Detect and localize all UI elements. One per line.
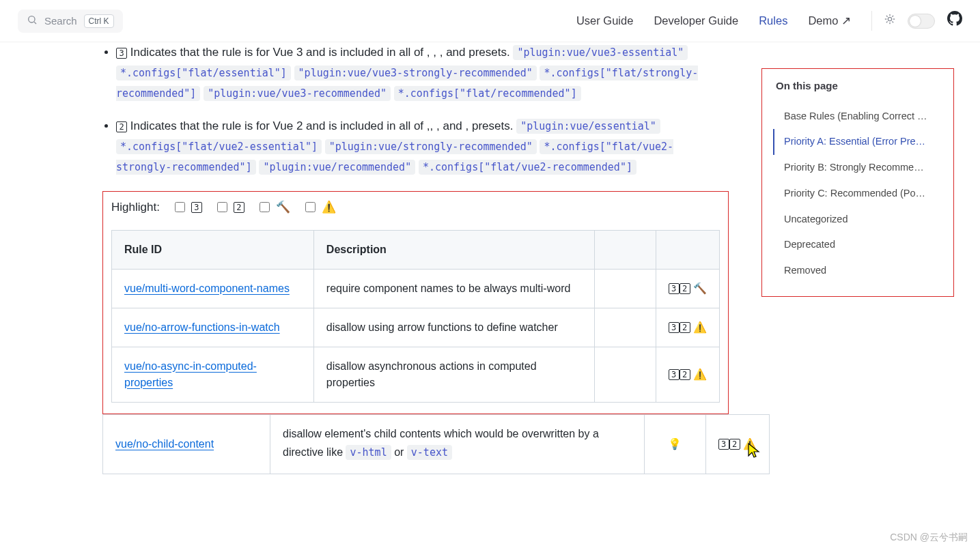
outline-item[interactable]: Uncategorized [773,207,944,233]
warning-icon: ⚠️ [693,368,707,380]
page: 3 Indicates that the rule is for Vue 3 a… [0,0,980,515]
badge-2: 2 [729,439,740,450]
desc-mid: or [394,446,407,458]
highlight-check-fix[interactable]: 🔨 [257,199,290,216]
vue2-code-5: *.configs["flat/vue2-recommended"] [419,160,636,175]
highlight-check-3[interactable]: 3 [172,200,202,214]
svg-point-2 [888,17,891,20]
code-v-text: v-text [407,445,452,460]
badge-2: 2 [680,322,690,333]
sun-icon [884,13,895,29]
vue3-code-1: *.configs["flat/essential"] [116,66,291,81]
highlight-check-2[interactable]: 2 [214,200,244,214]
highlight-and-table-block: Highlight: 3 2 🔨 ⚠️ [102,191,729,414]
warning-icon: ⚠️ [322,199,336,216]
highlight-checkbox-warn[interactable] [305,202,316,212]
table-row: vue/multi-word-component-names require c… [112,269,720,308]
badge-3: 3 [718,439,729,450]
svg-line-1 [34,22,36,24]
theme-toggle[interactable] [908,14,935,29]
nav-developer-guide[interactable]: Developer Guide [654,12,738,29]
rule-link[interactable]: vue/no-async-in-computed-properties [124,360,257,388]
highlight-badge-2: 2 [234,202,244,213]
col-description: Description [313,230,594,269]
rule-icons: 32 ⚠️ [705,414,769,474]
vue2-code-1: *.configs["flat/vue2-essential"] [116,139,322,154]
svg-line-10 [893,16,893,16]
vue3-code-4: "plugin:vue/vue3-recommended" [204,86,391,101]
vue2-badge: 2 [116,121,127,132]
table-row: vue/no-async-in-computed-properties disa… [112,347,720,402]
preset-bullets: 3 Indicates that the rule is for Vue 3 a… [61,42,729,177]
nav-left: Search Ctrl K [18,10,123,33]
vue3-bullet: 3 Indicates that the rule is for Vue 3 a… [116,42,729,104]
svg-point-0 [29,16,35,23]
topbar: Search Ctrl K User Guide Developer Guide… [0,0,980,42]
outline-item[interactable]: Deprecated [773,232,944,258]
col-suggestion [594,230,656,269]
badge-3: 3 [669,322,680,333]
svg-line-5 [886,16,887,16]
outline-box: On this page Base Rules (Enabling Correc… [761,68,954,297]
highlight-checkbox-2[interactable] [217,202,227,212]
rule-icons: 32 ⚠️ [656,308,719,347]
appearance-section [871,11,962,31]
vue3-code-5: *.configs["flat/recommended"] [394,86,581,101]
badge-3: 3 [669,369,680,380]
outline-item[interactable]: Priority B: Strongly Recomme… [773,155,944,181]
github-icon [947,11,962,26]
rule-desc: disallow asynchronous actions in compute… [313,347,594,402]
rules-table-cont: vue/no-child-content disallow element's … [102,414,770,474]
search-kbd: Ctrl K [84,14,114,28]
outline-list: Base Rules (Enabling Correct … Priority … [773,104,944,284]
vue2-code-4: "plugin:vue/recommended" [259,160,415,175]
rule-desc: require component names to be always mul… [313,269,594,308]
highlight-checkbox-fix[interactable] [260,202,270,212]
rule-suggestion [594,308,656,347]
outline-item[interactable]: Removed [773,258,944,284]
nav-user-guide[interactable]: User Guide [576,12,633,29]
badge-2: 2 [680,283,690,294]
nav-right: User Guide Developer Guide Rules Demo ↗ [576,11,962,31]
svg-line-6 [893,21,893,22]
vue3-code-0: "plugin:vue/vue3-essential" [513,45,688,60]
rule-link[interactable]: vue/no-child-content [115,438,214,450]
hammer-icon: 🔨 [276,199,290,216]
rule-desc: disallow element's child contents which … [270,414,645,474]
badge-3: 3 [669,283,680,294]
outline-item[interactable]: Priority A: Essential (Error Pre… [773,129,944,155]
highlight-row: Highlight: 3 2 🔨 ⚠️ [111,199,720,216]
vue3-bullet-text: Indicates that the rule is for Vue 3 and… [130,46,510,59]
nav-rules[interactable]: Rules [759,12,787,29]
highlight-checkbox-3[interactable] [175,202,185,212]
vue3-badge: 3 [116,48,127,59]
search-label: Search [44,15,77,27]
vue2-code-0: "plugin:vue/essential" [516,119,660,134]
github-link[interactable] [947,11,962,31]
highlight-check-warn[interactable]: ⚠️ [303,199,336,216]
rules-table: Rule ID Description vue/multi-word-compo… [111,230,720,403]
search-button[interactable]: Search Ctrl K [18,10,123,33]
highlight-label: Highlight: [111,199,160,216]
vue2-code-2: "plugin:vue/strongly-recommended" [325,139,537,154]
main-content: 3 Indicates that the rule is for Vue 3 a… [0,42,748,515]
table-header-row: Rule ID Description [112,230,720,269]
outline-item[interactable]: Base Rules (Enabling Correct … [773,104,944,130]
rule-icons: 32 ⚠️ [656,347,719,402]
rule-link[interactable]: vue/multi-word-component-names [124,283,290,294]
table-row: vue/no-child-content disallow element's … [103,414,770,474]
nav-demo[interactable]: Demo ↗ [808,12,851,29]
page-outline: On this page Base Rules (Enabling Correc… [761,55,964,310]
rule-icons: 32 🔨 [656,269,719,308]
highlight-badge-3: 3 [191,202,202,213]
table-row: vue/no-arrow-functions-in-watch disallow… [112,308,720,347]
rule-suggestion [594,347,656,402]
vue2-bullet-text: Indicates that the rule is for Vue 2 and… [130,119,514,132]
warning-icon: ⚠️ [693,321,707,333]
rule-link[interactable]: vue/no-arrow-functions-in-watch [124,321,280,333]
badge-2: 2 [680,369,690,380]
svg-line-9 [886,21,887,22]
search-icon [27,14,38,27]
col-icons [656,230,719,269]
outline-item[interactable]: Priority C: Recommended (Po… [773,181,944,207]
